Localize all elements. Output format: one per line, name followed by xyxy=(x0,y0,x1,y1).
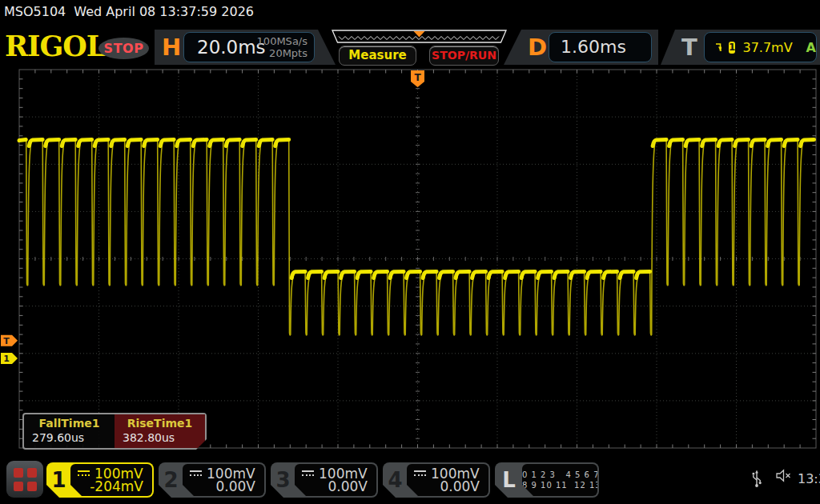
measurement-value: 382.80us xyxy=(115,430,205,444)
channel1-offset-marker[interactable]: 1 xyxy=(1,353,18,364)
logic-analyzer-badge[interactable]: L 0 1 2 3 4 5 6 7 8 9 10 11 12 13 14 15 xyxy=(495,462,599,498)
acquisition-rates: 100MSa/s 20Mpts xyxy=(257,35,308,59)
channel2-badge[interactable]: 2 100mV 0.00V xyxy=(159,462,266,498)
waveform-position-strip[interactable] xyxy=(332,30,507,43)
channel3-badge[interactable]: 3 100mV 0.00V xyxy=(271,462,378,498)
trigger-inner: 1 37.7mV A xyxy=(704,32,817,62)
trigger-source-badge: 1 xyxy=(729,42,735,54)
main-menu-button[interactable] xyxy=(6,461,43,498)
status-bar: MSO5104Wed April 08 13:37:59 2026 xyxy=(4,4,262,19)
horizontal-label: H xyxy=(162,30,181,65)
dc-coupling-icon xyxy=(414,470,426,477)
measurement-item-falltime[interactable]: FallTime1 279.60us xyxy=(24,414,115,448)
horizontal-inner: 20.0ms 100MSa/s 20Mpts xyxy=(183,32,315,62)
trigger-position-marker[interactable]: T xyxy=(411,70,424,87)
memory-depth: 20Mpts xyxy=(257,47,308,59)
stop-run-button[interactable]: STOP/RUN xyxy=(429,46,499,66)
timebase-value: 20.0ms xyxy=(197,33,266,62)
svg-text:1: 1 xyxy=(3,354,10,364)
measurement-panel: FallTime1 279.60us RiseTime1 382.80us xyxy=(22,413,207,450)
measurement-item-risetime[interactable]: RiseTime1 382.80us xyxy=(115,414,205,448)
waveform-display[interactable]: TT1 xyxy=(0,66,820,456)
delay-settings-box[interactable]: D 1.60ms xyxy=(504,30,658,65)
measurement-value: 279.60us xyxy=(24,430,115,444)
trigger-settings-box[interactable]: T 1 37.7mV A xyxy=(661,30,820,65)
svg-text:T: T xyxy=(414,72,421,83)
menu-grid-icon xyxy=(14,468,23,478)
measure-button[interactable]: Measure xyxy=(339,46,416,66)
svg-text:T: T xyxy=(3,336,10,346)
dc-coupling-icon xyxy=(78,470,90,477)
delay-label: D xyxy=(528,30,547,65)
channel4-number: 4 xyxy=(383,462,408,498)
speaker-muted-icon xyxy=(775,469,794,483)
logic-analyzer-label: L xyxy=(495,462,523,498)
measurement-label: RiseTime1 xyxy=(115,414,205,430)
channel3-offset: 0.00V xyxy=(328,478,368,494)
channel2-number: 2 xyxy=(159,462,183,498)
channel3-number: 3 xyxy=(271,462,295,498)
dc-coupling-icon xyxy=(302,470,314,477)
delay-inner: 1.60ms xyxy=(549,32,652,62)
horizontal-settings-box[interactable]: H 20.0ms 100MSa/s 20Mpts xyxy=(155,30,336,65)
delay-value: 1.60ms xyxy=(561,33,626,62)
trigger-level-value: 37.7mV xyxy=(742,40,792,55)
ch1-waveform-trace xyxy=(19,140,814,278)
dc-coupling-icon xyxy=(190,470,202,477)
datetime: Wed April 08 13:37:59 2026 xyxy=(74,4,254,19)
trigger-label: T xyxy=(681,30,697,65)
sample-rate: 100MSa/s xyxy=(257,35,308,47)
rigol-logo: RIGOL xyxy=(5,29,105,64)
usb-icon xyxy=(751,469,762,488)
trigger-level-marker[interactable]: T xyxy=(1,335,18,346)
clock: 13:37 xyxy=(798,471,820,486)
digital-channel-list: 0 1 2 3 4 5 6 7 8 9 10 11 12 13 14 15 xyxy=(522,464,597,496)
trigger-mode: A xyxy=(806,40,816,55)
model-name: MSO5104 xyxy=(4,4,66,19)
waveform-overview-icon xyxy=(332,30,507,43)
channel1-number: 1 xyxy=(46,462,71,498)
channel1-offset: -204mV xyxy=(90,478,143,494)
channel4-offset: 0.00V xyxy=(440,478,480,494)
falling-edge-icon xyxy=(715,41,722,54)
channel2-offset: 0.00V xyxy=(216,478,255,494)
channel4-badge[interactable]: 4 100mV 0.00V xyxy=(383,462,490,498)
oscilloscope-screen: MSO5104Wed April 08 13:37:59 2026 RIGOL … xyxy=(0,0,820,504)
channel1-badge[interactable]: 1 100mV -204mV xyxy=(46,462,154,498)
measurement-label: FallTime1 xyxy=(24,414,115,430)
acquisition-status-badge: STOP xyxy=(98,38,149,59)
